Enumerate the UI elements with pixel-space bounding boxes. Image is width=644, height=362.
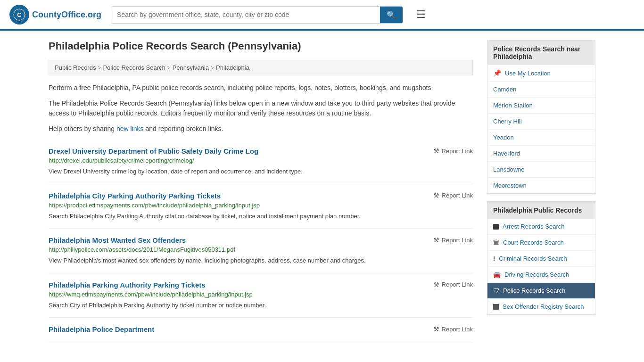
header: C CountyOffice.org 🔍 ☰ [0,0,644,31]
report-icon: ⚒ [433,236,439,244]
breadcrumb-pennsylvania[interactable]: Pennsylvania [173,64,209,71]
sidebar-item-camden[interactable]: Camden [487,82,595,98]
result-desc: Search Philadelphia City Parking Authori… [49,212,473,221]
breadcrumb-sep-3: > [211,65,214,71]
result-header: Philadelphia Most Wanted Sex Offenders ⚒… [49,236,473,244]
breadcrumb-public-records[interactable]: Public Records [55,64,96,71]
cherry-hill-link[interactable]: Cherry Hill [493,118,522,125]
criminal-records-link[interactable]: Criminal Records Search [499,255,567,262]
report-link[interactable]: ⚒ Report Link [433,325,473,333]
new-links-link[interactable]: new links [116,125,144,132]
result-url[interactable]: https://prodpci.etimspayments.com/pbw/in… [49,202,473,209]
report-icon: ⚒ [433,147,439,155]
result-entry: Philadelphia Parking Authority Parking T… [49,273,473,318]
sidebar-item-arrest-records[interactable]: Arrest Records Search [487,219,595,235]
sex-offender-icon [493,304,499,310]
result-entry: Philadelphia Police Department ⚒ Report … [49,318,473,343]
page-title: Philadelphia Police Records Search (Penn… [49,40,473,52]
breadcrumb-sep-1: > [98,65,101,71]
search-button[interactable]: 🔍 [380,7,403,23]
breadcrumb: Public Records > Police Records Search >… [49,60,473,75]
police-records-link[interactable]: Police Records Search [503,287,565,294]
driving-records-icon: 🚘 [493,271,501,278]
arrest-records-link[interactable]: Arrest Records Search [503,223,565,230]
report-link[interactable]: ⚒ Report Link [433,236,473,244]
sidebar-item-police-records[interactable]: 🛡 Police Records Search [487,283,595,299]
svg-text:C: C [17,11,22,18]
sidebar-item-sex-offender[interactable]: Sex Offender Registry Search [487,299,595,314]
report-link[interactable]: ⚒ Report Link [433,192,473,199]
report-icon: ⚒ [433,325,439,333]
result-entry: Philadelphia City Parking Authority Park… [49,184,473,229]
result-desc: View Philadelphia's most wanted sex offe… [49,256,473,265]
sex-offender-link[interactable]: Sex Offender Registry Search [503,303,584,310]
result-title[interactable]: Philadelphia Police Department [49,325,154,333]
nearby-header: Police Records Search near Philadelphia [487,41,595,65]
logo[interactable]: C CountyOffice.org [9,5,101,25]
result-title[interactable]: Drexel University Department of Public S… [49,147,258,155]
driving-records-link[interactable]: Driving Records Search [504,271,569,278]
result-title[interactable]: Philadelphia Most Wanted Sex Offenders [49,236,186,244]
breadcrumb-sep-2: > [167,65,171,71]
court-records-icon: 🏛 [493,239,499,246]
use-my-location-link[interactable]: Use My Location [505,70,551,77]
sidebar: Police Records Search near Philadelphia … [487,40,595,343]
result-desc: Search City of Philadelphia Parking Auth… [49,301,473,310]
search-container: 🔍 [111,6,403,24]
content-wrapper: Philadelphia Police Records Search (Penn… [39,31,605,353]
search-input[interactable] [111,7,380,22]
sidebar-item-moorestown[interactable]: Moorestown [487,178,595,193]
sidebar-item-use-my-location[interactable]: 📌 Use My Location [487,65,595,82]
merion-station-link[interactable]: Merion Station [493,102,533,109]
menu-button[interactable]: ☰ [413,7,429,23]
camden-link[interactable]: Camden [493,86,516,93]
logo-icon: C [9,5,29,25]
sidebar-item-haverford[interactable]: Haverford [487,146,595,162]
result-header: Drexel University Department of Public S… [49,147,473,155]
result-entry: Drexel University Department of Public S… [49,140,473,184]
lansdowne-link[interactable]: Lansdowne [493,166,525,173]
result-title[interactable]: Philadelphia City Parking Authority Park… [49,192,221,200]
sidebar-item-merion-station[interactable]: Merion Station [487,98,595,114]
result-desc: View Drexel University crime log by loca… [49,167,473,176]
result-url[interactable]: http://phillypolice.com/assets/docs/2011… [49,246,473,253]
report-icon: ⚒ [433,192,439,199]
result-url[interactable]: http://drexel.edu/publicsafety/crimerepo… [49,157,473,164]
results-list: Drexel University Department of Public S… [49,140,473,343]
result-url[interactable]: https://wmq.etimspayments.com/pbw/includ… [49,291,473,298]
yeadon-link[interactable]: Yeadon [493,134,514,141]
sidebar-item-lansdowne[interactable]: Lansdowne [487,162,595,178]
breadcrumb-police-records[interactable]: Police Records Search [103,64,165,71]
logo-text: CountyOffice.org [32,10,101,20]
breadcrumb-philadelphia[interactable]: Philadelphia [216,64,249,71]
result-title[interactable]: Philadelphia Parking Authority Parking T… [49,281,206,289]
result-entry: Philadelphia Most Wanted Sex Offenders ⚒… [49,229,473,273]
court-records-link[interactable]: Court Records Search [503,239,564,246]
sidebar-item-cherry-hill[interactable]: Cherry Hill [487,114,595,130]
sidebar-item-yeadon[interactable]: Yeadon [487,130,595,146]
sidebar-item-criminal-records[interactable]: ! Criminal Records Search [487,251,595,267]
description-body: The Philadelphia Police Records Search (… [49,99,473,118]
criminal-records-icon: ! [493,255,495,262]
moorestown-link[interactable]: Moorestown [493,182,527,189]
nearby-section: Police Records Search near Philadelphia … [487,40,595,194]
report-icon: ⚒ [433,281,439,288]
result-header: Philadelphia Police Department ⚒ Report … [49,325,473,333]
sidebar-item-driving-records[interactable]: 🚘 Driving Records Search [487,267,595,283]
main-content: Philadelphia Police Records Search (Penn… [49,40,473,343]
location-pin-icon: 📌 [493,69,501,77]
philly-header: Philadelphia Public Records [487,202,595,219]
description-help: Help others by sharing new links and rep… [49,124,473,134]
arrest-records-icon [493,224,499,230]
police-records-icon: 🛡 [493,287,499,294]
report-link[interactable]: ⚒ Report Link [433,281,473,288]
result-header: Philadelphia Parking Authority Parking T… [49,281,473,289]
result-header: Philadelphia City Parking Authority Park… [49,192,473,200]
report-link[interactable]: ⚒ Report Link [433,147,473,155]
haverford-link[interactable]: Haverford [493,150,520,157]
sidebar-item-court-records[interactable]: 🏛 Court Records Search [487,235,595,251]
description-intro: Perform a free Philadelphia, PA public p… [49,83,473,93]
philly-section: Philadelphia Public Records Arrest Recor… [487,201,595,315]
